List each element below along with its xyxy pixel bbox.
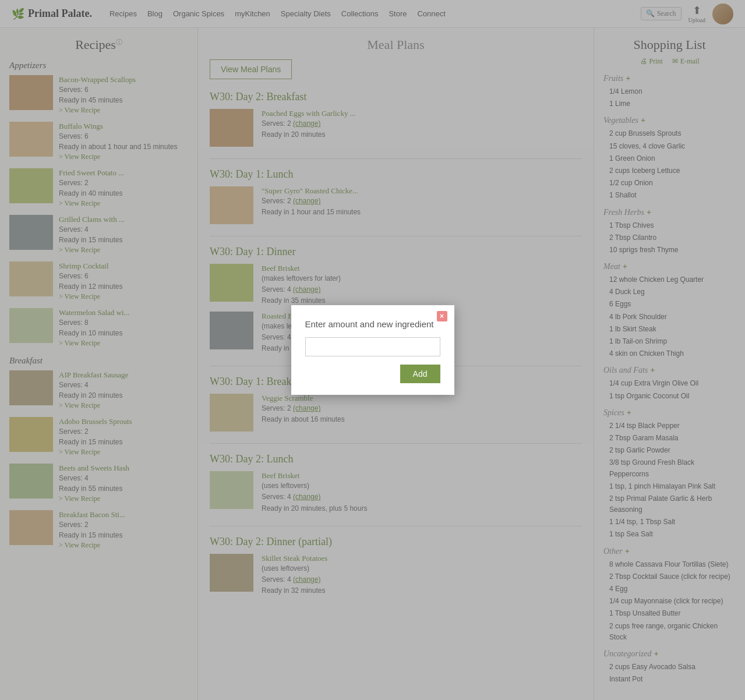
modal: Enter amount and new ingredient × Add [291, 305, 454, 395]
modal-close-button[interactable]: × [437, 311, 447, 321]
modal-title: Enter amount and new ingredient [305, 319, 440, 329]
modal-overlay[interactable]: Enter amount and new ingredient × Add [0, 0, 745, 700]
modal-add-button[interactable]: Add [400, 365, 440, 383]
ingredient-input[interactable] [305, 337, 440, 356]
